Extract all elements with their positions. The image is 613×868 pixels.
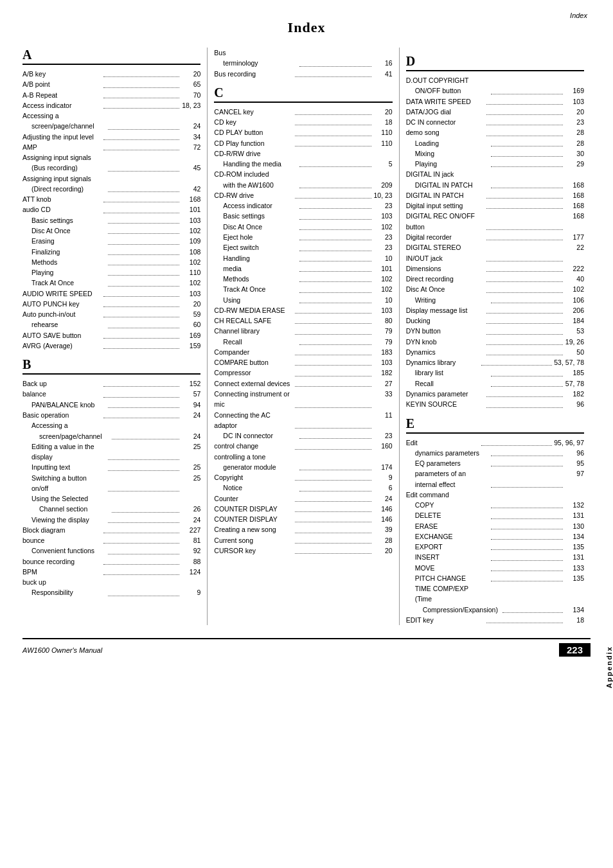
list-item: CD-R/RW drive (214, 148, 392, 159)
list-item: rehearse60 (22, 319, 200, 330)
list-item: Accessing a (22, 111, 200, 121)
list-item: controlling a tone (214, 452, 392, 462)
list-item: Connect external devices27 (214, 378, 392, 389)
section-a-letter: A (22, 48, 200, 65)
list-item: Notice6 (214, 483, 392, 493)
list-item: Methods102 (22, 257, 200, 267)
list-item: Compander183 (214, 347, 392, 357)
list-item: Track At Once102 (22, 278, 200, 288)
list-item: DIGITAL IN jack (406, 169, 584, 179)
list-item: Assigning input signals (22, 152, 200, 163)
list-item: Creating a new song39 (214, 524, 392, 535)
page-title: Index (22, 19, 591, 36)
list-item: EXPORT135 (406, 542, 584, 552)
list-item: DELETE131 (406, 510, 584, 520)
list-item: Inputting text25 (22, 462, 200, 472)
list-item: Ducking184 (406, 315, 584, 326)
list-item: Edit95, 96, 97 (406, 438, 584, 448)
list-item: COPY132 (406, 500, 584, 510)
top-right-label: Index (570, 12, 587, 19)
list-item: Adjusting the input level34 (22, 132, 200, 142)
list-item: Back up152 (22, 378, 200, 389)
page-number: 223 (559, 643, 591, 657)
list-item: INSERT131 (406, 552, 584, 562)
list-item: KEYIN SOURCE96 (406, 399, 584, 409)
list-item: COUNTER DISPLAY146 (214, 504, 392, 514)
list-item: Connecting instrument or mic33 (214, 389, 392, 410)
list-item: CD-RW drive10, 23 (214, 190, 392, 200)
list-item: DYN button53 (406, 326, 584, 336)
list-item: screen/page/channel24 (22, 121, 200, 131)
list-item: Accessing a (22, 420, 200, 430)
section-b-letter: B (22, 357, 200, 375)
list-item: Dynamics parameter182 (406, 389, 584, 399)
list-item: CH RECALL SAFE80 (214, 315, 392, 326)
list-item: Dynamics50 (406, 347, 584, 357)
list-item: Dynamics library53, 57, 78 (406, 357, 584, 368)
list-item: Writing106 (406, 295, 584, 305)
list-item: DIGITAL STEREO IN/OUT jack22 (406, 242, 584, 263)
list-item: Counter24 (214, 493, 392, 504)
list-item: ERASE130 (406, 521, 584, 531)
list-item: CANCEL key20 (214, 107, 392, 117)
page: Index Index A A/B key20 A/B point65 A-B … (0, 0, 613, 868)
list-item: Viewing the display24 (22, 515, 200, 525)
list-item: Assigning input signals (22, 173, 200, 184)
list-item: Basic settings103 (214, 211, 392, 221)
list-item: CD-RW MEDIA ERASE103 (214, 305, 392, 315)
list-item: Recall79 (214, 337, 392, 347)
list-item: generator module174 (214, 462, 392, 472)
list-item: Erasing109 (22, 236, 200, 246)
list-item: Current song28 (214, 535, 392, 545)
list-item: Responsibility9 (22, 587, 200, 598)
list-item: Disc At Once102 (22, 226, 200, 236)
list-item: TIME COMP/EXP (Time (406, 583, 584, 605)
list-item: Using10 (214, 295, 392, 305)
list-item: EQ parameters95 (406, 458, 584, 468)
list-item: audio CD101 (22, 204, 200, 215)
list-item: BPM124 (22, 567, 200, 577)
list-item: Switching a button on/off25 (22, 473, 200, 494)
list-item: Bus (214, 48, 392, 58)
list-item: D.OUT COPYRIGHT (406, 75, 584, 85)
list-item: CD Play function110 (214, 138, 392, 148)
list-item: Playing29 (406, 159, 584, 169)
list-item: Mixing30 (406, 148, 584, 159)
list-item: Auto punch-in/out59 (22, 309, 200, 319)
list-item: media101 (214, 263, 392, 274)
list-item: EXCHANGE134 (406, 531, 584, 542)
list-item: PITCH CHANGE135 (406, 573, 584, 583)
list-item: Block diagram227 (22, 525, 200, 535)
list-item: Loading28 (406, 138, 584, 148)
list-item: ATT knob168 (22, 194, 200, 204)
list-item: dynamics parameters96 (406, 448, 584, 458)
list-item: Edit command (406, 490, 584, 500)
list-item: with the AW1600209 (214, 180, 392, 190)
list-item: control change160 (214, 441, 392, 451)
list-item: screen/page/channel24 (22, 431, 200, 441)
list-item: Basic settings103 (22, 215, 200, 226)
list-item: Basic operation24 (22, 410, 200, 420)
col-a-b: A A/B key20 A/B point65 A-B Repeat70 Acc… (22, 48, 208, 625)
list-item: AMP72 (22, 142, 200, 152)
list-item: Compressor182 (214, 368, 392, 378)
list-item: Finalizing108 (22, 247, 200, 257)
list-item: library list185 (406, 368, 584, 378)
list-item: Handling the media5 (214, 159, 392, 169)
list-item: Digital input setting168 (406, 200, 584, 211)
list-item: Editing a value in the display25 (22, 441, 200, 463)
list-item: AUDIO WRITE SPEED103 (22, 288, 200, 299)
section-e-letter: E (406, 416, 584, 434)
list-item: parameters of an internal effect97 (406, 468, 584, 490)
section-d-letter: D (406, 54, 584, 71)
section-c-letter: C (214, 85, 392, 103)
list-item: A/B point65 (22, 79, 200, 89)
bottom-bar: AW1600 Owner's Manual 223 (22, 638, 591, 657)
list-item: Track At Once102 (214, 284, 392, 294)
list-item: Convenient functions92 (22, 545, 200, 556)
list-item: Methods102 (214, 274, 392, 284)
list-item: Eject switch23 (214, 242, 392, 252)
list-item: AVRG (Average)159 (22, 341, 200, 351)
list-item: demo song28 (406, 127, 584, 137)
list-item: Handling10 (214, 253, 392, 263)
